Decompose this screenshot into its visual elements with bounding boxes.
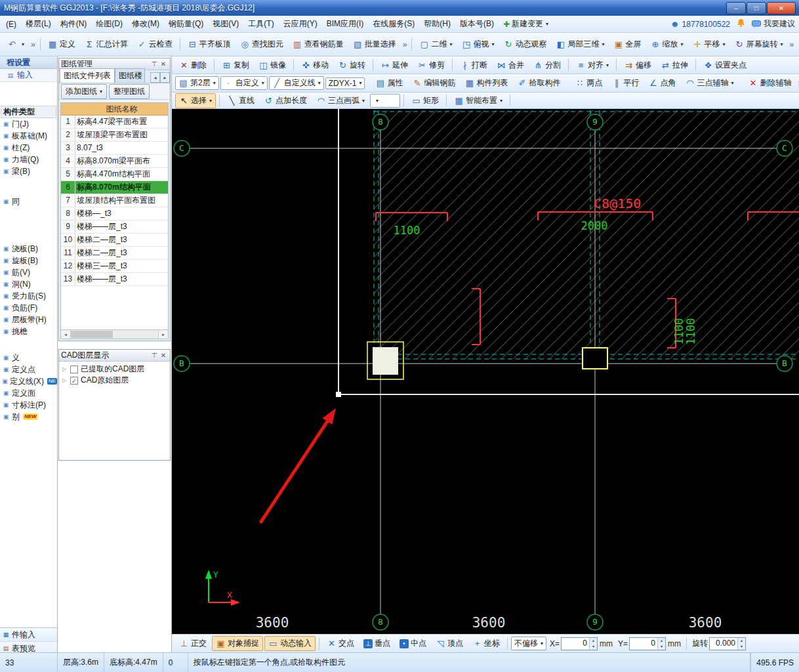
- menu-item[interactable]: 帮助(H): [419, 16, 455, 32]
- overflow-chevron[interactable]: »: [796, 79, 799, 88]
- toolbar-button[interactable]: ZDYX-1 ▾: [325, 77, 365, 89]
- element-type-item[interactable]: ▣ 浇板(B): [0, 243, 57, 255]
- menu-item[interactable]: 视图(V): [208, 16, 243, 32]
- toolbar-button[interactable]: ▦ 构件列表: [461, 75, 512, 91]
- layer-tree-item[interactable]: ▷ ✓ CAD原始图层: [59, 375, 170, 386]
- snap-toggle-button[interactable]: ◹ 顶点: [432, 636, 467, 651]
- element-type-item[interactable]: ▣ 受力筋(S): [0, 290, 57, 302]
- snap-toggle-button[interactable]: ⊥ 垂点: [359, 636, 394, 651]
- y-coordinate-input[interactable]: 0 ▴▾: [629, 637, 666, 650]
- horizontal-scrollbar[interactable]: ◂ ▸: [61, 329, 168, 339]
- overflow-chevron[interactable]: »: [401, 40, 409, 49]
- element-type-item[interactable]: ▣ 别 NEW: [0, 411, 57, 423]
- tab-drawing-file-list[interactable]: 图纸文件列表: [60, 68, 115, 83]
- organize-drawing-button[interactable]: 整理图纸: [109, 84, 150, 99]
- element-type-item[interactable]: ▣ 梁(B): [0, 165, 57, 177]
- toolbar-button[interactable]: ✕ 删除辅轴: [744, 75, 795, 91]
- toolbar-button[interactable]: ✎ 编辑钢筋: [408, 75, 459, 91]
- element-type-item[interactable]: ▣ 定义线(X) NE: [0, 375, 57, 387]
- table-row[interactable]: 8 楼梯—_t3: [61, 207, 168, 220]
- toolbar-button[interactable]: ∠ 点角: [644, 75, 680, 91]
- close-icon[interactable]: ✕: [159, 352, 168, 359]
- toolbar-button[interactable]: ⊟ 平齐板顶: [184, 37, 235, 52]
- snap-toggle-button[interactable]: + 坐标: [468, 636, 504, 651]
- toolbar-button[interactable]: ↺ 点加长度: [260, 93, 311, 108]
- restore-button[interactable]: □: [747, 2, 766, 14]
- title-bar[interactable]: M钢筋算量软件 GGJ2013 - [F:\张冬秀 -防城港项目 2018\居委…: [0, 0, 799, 16]
- toolbar-button[interactable]: ▢ 二维 ▾: [415, 37, 456, 52]
- toolbar-button[interactable]: ◠ 三点辅轴 ▾: [681, 75, 737, 91]
- table-row[interactable]: 1 标高4.47梁平面布置: [61, 116, 168, 129]
- column-outline[interactable]: [583, 348, 607, 369]
- spinner[interactable]: ▴▾: [737, 638, 745, 650]
- toolbar-button[interactable]: ⇄ 拉伸: [657, 58, 692, 73]
- close-button[interactable]: ✕: [767, 2, 796, 14]
- snap-toggle-button[interactable]: • 中点: [396, 636, 430, 651]
- toolbar-button[interactable]: ◳ 俯视 ▾: [457, 37, 498, 52]
- element-type-item[interactable]: ▣ 门(J): [0, 118, 57, 130]
- toolbar-button[interactable]: ▦ 定义: [44, 37, 79, 52]
- suggestion-button[interactable]: 我要建议: [752, 18, 795, 30]
- menu-item[interactable]: 绘图(D): [91, 16, 127, 32]
- minimize-button[interactable]: –: [726, 2, 746, 14]
- toolbar-button[interactable]: ∤ 打断: [456, 58, 491, 73]
- element-type-item[interactable]: ▣ 负筋(F): [0, 302, 57, 314]
- expander-icon[interactable]: ▷: [62, 366, 68, 372]
- toolbar-button[interactable]: ▦ 智能布置 ▾: [450, 93, 506, 108]
- menu-item[interactable]: 楼层(L): [21, 16, 56, 32]
- element-type-item[interactable]: ▣ 挑檐: [0, 326, 57, 337]
- toolbar-button[interactable]: ✛ 平移 ▾: [688, 37, 729, 52]
- toolbar-button[interactable]: ⊞ 复制: [218, 58, 253, 73]
- snap-toggle-button[interactable]: 不偏移 ▾: [511, 637, 546, 650]
- menu-item[interactable]: BIM应用(I): [322, 16, 369, 32]
- toolbar-button[interactable]: ╲ 直线: [223, 93, 258, 108]
- table-row[interactable]: 10 楼梯二—层_t3: [61, 234, 168, 247]
- checkbox[interactable]: [70, 366, 78, 373]
- table-row[interactable]: 9 楼梯——层_t3: [61, 220, 168, 234]
- toolbar-button[interactable]: ✓ 云检查: [133, 37, 176, 52]
- module-switch-button[interactable]: ▤ 表预览: [0, 642, 57, 652]
- module-header-input[interactable]: ▤ 输入: [0, 69, 57, 82]
- tab-scroll-left-icon[interactable]: ◂: [150, 72, 160, 83]
- overflow-chevron[interactable]: »: [29, 40, 37, 49]
- toolbar-button[interactable]: ▣ 全屏: [609, 37, 645, 52]
- toolbar-button[interactable]: ↶ ▾: [3, 38, 28, 51]
- column-fill[interactable]: [373, 347, 398, 375]
- layer-tree-item[interactable]: ▷ 已提取的CAD图层: [59, 364, 170, 375]
- element-type-item[interactable]: ▣ 板基础(M): [0, 130, 57, 142]
- toolbar-button[interactable]: ▤ 第2层 ▾: [175, 76, 219, 90]
- toolbar-button[interactable]: ✕ 删除: [175, 58, 211, 73]
- element-type-item[interactable]: ▣ 定义面: [0, 387, 57, 399]
- element-type-item[interactable]: ▣ 筋(V): [0, 266, 57, 278]
- menu-item[interactable]: 修改(M): [127, 16, 164, 32]
- scroll-left-icon[interactable]: ◂: [61, 330, 71, 339]
- toolbar-button[interactable]: ⇉ 偏移: [620, 58, 655, 73]
- notification-bell-icon[interactable]: [737, 18, 745, 30]
- expander-icon[interactable]: ▷: [62, 377, 68, 383]
- toolbar-button[interactable]: ⋈ 合并: [493, 58, 528, 73]
- toolbar-button[interactable]: ◠ 三点画弧 ▾: [312, 93, 369, 108]
- table-row[interactable]: 7 坡屋顶结构平面布置图: [61, 194, 168, 207]
- checkbox[interactable]: ✓: [70, 377, 78, 385]
- table-row[interactable]: 11 楼梯二—层_t3: [61, 247, 168, 260]
- toolbar-button[interactable]: ✂ 修剪: [413, 58, 449, 73]
- close-icon[interactable]: ✕: [159, 60, 168, 68]
- toolbar-button[interactable]: ∷ 两点: [571, 75, 606, 91]
- toolbar-button[interactable]: ✐ 拾取构件: [513, 75, 564, 91]
- element-type-item[interactable]: ▣ 寸标注(P): [0, 399, 57, 411]
- spinner[interactable]: ▴▾: [589, 638, 597, 650]
- element-type-item[interactable]: 构件类型: [1, 106, 56, 118]
- element-type-item[interactable]: ▣ 定义点: [0, 364, 57, 375]
- toolbar-button[interactable]: ❖ 设置夹点: [699, 58, 750, 73]
- spinner[interactable]: ▴▾: [657, 638, 665, 650]
- element-type-item[interactable]: ▣ 层板带(H): [0, 314, 57, 326]
- toolbar-button[interactable]: ⋔ 分割: [529, 58, 565, 73]
- toolbar-button[interactable]: ≡ 对齐 ▾: [572, 58, 613, 73]
- tab-drawing-floor-map[interactable]: 图纸楼: [115, 68, 145, 83]
- toolbar-button[interactable]: ⊕ 缩放 ▾: [646, 37, 687, 52]
- toolbar-button[interactable]: ↦ 延伸: [377, 58, 412, 73]
- menu-item[interactable]: 构件(N): [56, 16, 92, 32]
- overflow-chevron[interactable]: »: [787, 40, 796, 49]
- toolbar-button[interactable]: ↻ 旋转: [334, 58, 369, 73]
- toolbar-button[interactable]: ◫ 镜像: [255, 58, 290, 73]
